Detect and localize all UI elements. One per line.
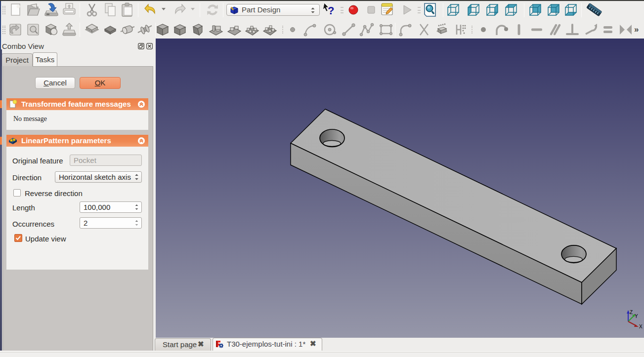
svg-text:X: X [639, 324, 643, 329]
svg-text:?: ? [328, 4, 334, 17]
svg-text:Z: Z [630, 310, 633, 315]
svg-text:Y: Y [635, 314, 638, 319]
